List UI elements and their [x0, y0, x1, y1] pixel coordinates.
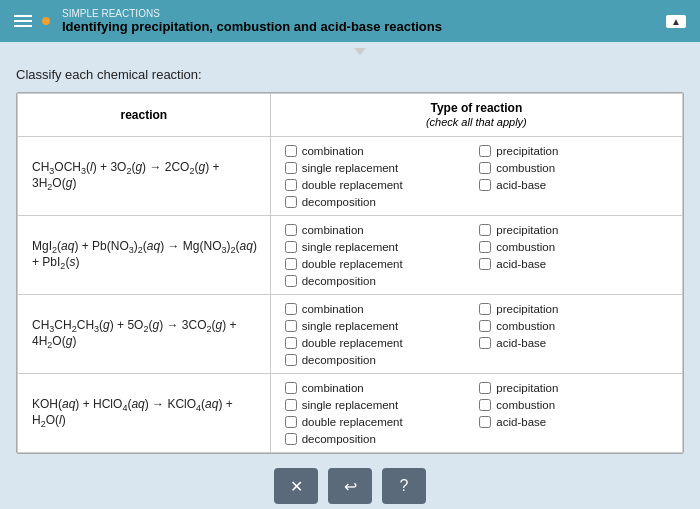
col2-subtitle: (check all that apply) — [426, 116, 527, 128]
option-acid-base-1: acid-base — [479, 177, 668, 192]
option-single-replacement-3: single replacement — [285, 318, 474, 333]
checkbox-combination-3[interactable] — [285, 303, 297, 315]
checkbox-single-replacement-2[interactable] — [285, 241, 297, 253]
brand-label: SIMPLE REACTIONS — [62, 8, 160, 19]
option-precipitation-4: precipitation — [479, 380, 668, 395]
checkbox-acid-base-2[interactable] — [479, 258, 491, 270]
option-double-replacement-4: double replacement — [285, 414, 474, 429]
reaction-cell-4: KOH(aq) + HClO4(aq) → KClO4(aq) + H2O(l) — [18, 374, 271, 453]
options-cell-3: combination precipitation single replace… — [270, 295, 682, 374]
option-combustion-4: combustion — [479, 397, 668, 412]
option-acid-base-3: acid-base — [479, 335, 668, 350]
checkbox-single-replacement-1[interactable] — [285, 162, 297, 174]
col2-title: Type of reaction — [430, 101, 522, 115]
checkbox-acid-base-3[interactable] — [479, 337, 491, 349]
option-combination-4: combination — [285, 380, 474, 395]
option-decomposition-3: decomposition — [285, 352, 474, 367]
checkbox-acid-base-4[interactable] — [479, 416, 491, 428]
options-cell-1: combination precipitation single replace… — [270, 137, 682, 216]
checkbox-single-replacement-3[interactable] — [285, 320, 297, 332]
checkbox-precipitation-4[interactable] — [479, 382, 491, 394]
help-button[interactable]: ? — [382, 468, 426, 504]
checkbox-decomposition-2[interactable] — [285, 275, 297, 287]
reaction-cell-1: CH3OCH3(l) + 3O2(g) → 2CO2(g) + 3H2O(g) — [18, 137, 271, 216]
checkbox-double-replacement-4[interactable] — [285, 416, 297, 428]
option-acid-base-2: acid-base — [479, 256, 668, 271]
table-row: KOH(aq) + HClO4(aq) → KClO4(aq) + H2O(l)… — [18, 374, 683, 453]
option-double-replacement-3: double replacement — [285, 335, 474, 350]
option-combustion-3: combustion — [479, 318, 668, 333]
checkbox-combination-2[interactable] — [285, 224, 297, 236]
page-title: Identifying precipitation, combustion an… — [62, 19, 442, 34]
option-precipitation-2: precipitation — [479, 222, 668, 237]
header-text-block: SIMPLE REACTIONS Identifying precipitati… — [62, 8, 442, 34]
reaction-cell-2: MgI2(aq) + Pb(NO3)2(aq) → Mg(NO3)2(aq) +… — [18, 216, 271, 295]
checkbox-combustion-2[interactable] — [479, 241, 491, 253]
col-type-header: Type of reaction (check all that apply) — [270, 94, 682, 137]
table-row: CH3CH2CH3(g) + 5O2(g) → 3CO2(g) + 4H2O(g… — [18, 295, 683, 374]
checkbox-combustion-4[interactable] — [479, 399, 491, 411]
option-acid-base-4: acid-base — [479, 414, 668, 429]
options-cell-4: combination precipitation single replace… — [270, 374, 682, 453]
checkbox-decomposition-4[interactable] — [285, 433, 297, 445]
option-decomposition-4: decomposition — [285, 431, 474, 446]
table-row: CH3OCH3(l) + 3O2(g) → 2CO2(g) + 3H2O(g) … — [18, 137, 683, 216]
option-combination-2: combination — [285, 222, 474, 237]
reaction-cell-3: CH3CH2CH3(g) + 5O2(g) → 3CO2(g) + 4H2O(g… — [18, 295, 271, 374]
checkbox-double-replacement-2[interactable] — [285, 258, 297, 270]
checkbox-precipitation-3[interactable] — [479, 303, 491, 315]
option-combustion-1: combustion — [479, 160, 668, 175]
checkbox-single-replacement-4[interactable] — [285, 399, 297, 411]
option-double-replacement-2: double replacement — [285, 256, 474, 271]
reactions-table: reaction Type of reaction (check all tha… — [17, 93, 683, 453]
checkbox-acid-base-1[interactable] — [479, 179, 491, 191]
option-decomposition-1: decomposition — [285, 194, 474, 209]
undo-button[interactable]: ↩ — [328, 468, 372, 504]
checkbox-double-replacement-1[interactable] — [285, 179, 297, 191]
col-reaction-header: reaction — [18, 94, 271, 137]
reactions-table-container: reaction Type of reaction (check all tha… — [16, 92, 684, 454]
menu-icon[interactable] — [14, 15, 32, 27]
checkbox-precipitation-2[interactable] — [479, 224, 491, 236]
checkbox-combustion-1[interactable] — [479, 162, 491, 174]
option-single-replacement-4: single replacement — [285, 397, 474, 412]
option-double-replacement-1: double replacement — [285, 177, 474, 192]
table-row: MgI2(aq) + Pb(NO3)2(aq) → Mg(NO3)2(aq) +… — [18, 216, 683, 295]
cancel-button[interactable]: ✕ — [274, 468, 318, 504]
checkbox-combination-4[interactable] — [285, 382, 297, 394]
header: SIMPLE REACTIONS Identifying precipitati… — [0, 0, 700, 42]
option-precipitation-3: precipitation — [479, 301, 668, 316]
option-single-replacement-1: single replacement — [285, 160, 474, 175]
content-area: Classify each chemical reaction: reactio… — [0, 55, 700, 509]
checkbox-precipitation-1[interactable] — [479, 145, 491, 157]
footer-buttons: ✕ ↩ ? — [16, 468, 684, 504]
classify-label: Classify each chemical reaction: — [16, 67, 684, 82]
option-combination-1: combination — [285, 143, 474, 158]
options-cell-2: combination precipitation single replace… — [270, 216, 682, 295]
option-decomposition-2: decomposition — [285, 273, 474, 288]
collapse-button[interactable]: ▲ — [666, 15, 686, 28]
checkbox-decomposition-3[interactable] — [285, 354, 297, 366]
option-precipitation-1: precipitation — [479, 143, 668, 158]
brand-dot — [42, 17, 50, 25]
option-combustion-2: combustion — [479, 239, 668, 254]
checkbox-double-replacement-3[interactable] — [285, 337, 297, 349]
section-chevron — [354, 48, 366, 55]
option-single-replacement-2: single replacement — [285, 239, 474, 254]
checkbox-combustion-3[interactable] — [479, 320, 491, 332]
checkbox-decomposition-1[interactable] — [285, 196, 297, 208]
option-combination-3: combination — [285, 301, 474, 316]
checkbox-combination-1[interactable] — [285, 145, 297, 157]
